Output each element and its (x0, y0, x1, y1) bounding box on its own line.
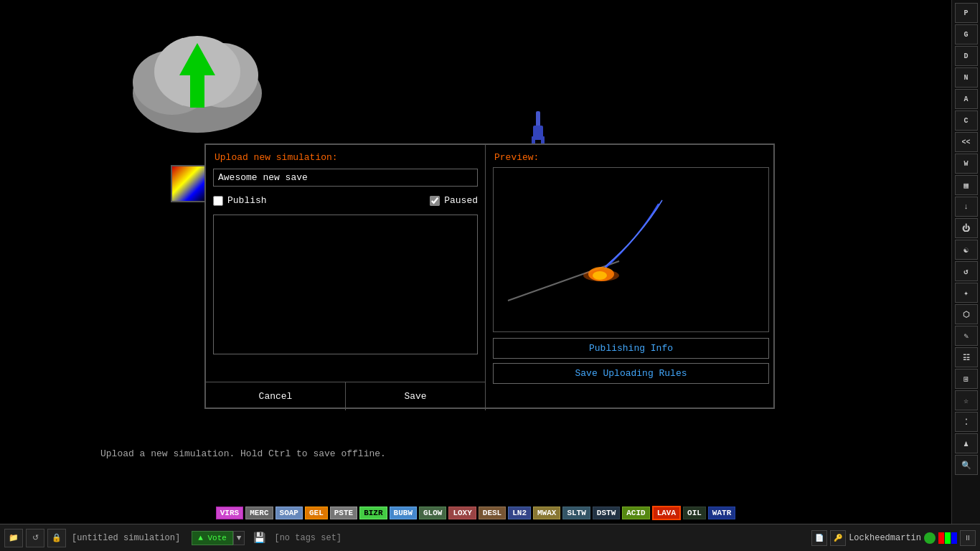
vote-down-button[interactable]: ▼ (233, 531, 245, 545)
sidebar-btn-refresh[interactable]: ↺ (955, 261, 978, 281)
upload-dialog: Upload new simulation: Publish Paused Ca… (204, 143, 775, 409)
vote-up-button[interactable]: ▲ Vote (192, 531, 233, 545)
svg-point-12 (583, 270, 619, 281)
color-bars (938, 532, 957, 544)
username-text: Lockheedmartin (849, 533, 921, 543)
sidebar-btn-globe[interactable]: ☆ (955, 390, 978, 410)
save-icon[interactable]: 💾 (253, 532, 265, 544)
sidebar-btn-a[interactable]: A (955, 89, 978, 109)
dialog-left-panel: Upload new simulation: Publish Paused Ca… (206, 145, 486, 410)
element-acid[interactable]: ACID (622, 507, 649, 519)
element-merc[interactable]: MERC (245, 507, 273, 519)
sidebar-btn-power[interactable]: ⏻ (955, 218, 978, 238)
open-button[interactable]: 📁 (4, 529, 23, 547)
element-lava[interactable]: LAVA (652, 506, 681, 520)
element-ln2[interactable]: LN2 (508, 507, 531, 519)
right-sidebar: P G D N A C << W ▦ ↓ ⏻ ☯ ↺ ✦ ⬡ ✎ ☷ ⊞ ☆ ⁚… (951, 0, 980, 524)
status-bar: 📁 ↺ 🔒 [untitled simulation] ▲ Vote ▼ 💾 [… (0, 524, 980, 551)
element-desl[interactable]: DESL (479, 507, 506, 519)
save-file-button[interactable]: 📄 (811, 530, 827, 546)
sidebar-btn-yin[interactable]: ☯ (955, 240, 978, 260)
sidebar-btn-d[interactable]: D (955, 46, 978, 66)
publish-checkbox[interactable] (213, 196, 223, 206)
sidebar-btn-layers[interactable]: ⊞ (955, 369, 978, 389)
element-oil[interactable]: OIL (683, 507, 706, 519)
sidebar-btn-grid[interactable]: ▦ (955, 175, 978, 195)
sidebar-btn-p[interactable]: P (955, 3, 978, 23)
sidebar-btn-pen[interactable]: ✎ (955, 326, 978, 346)
element-bar: VIRS MERC SOAP GEL PSTE BIZR BUBW GLOW L… (0, 502, 951, 524)
key-button[interactable]: 🔑 (830, 530, 846, 546)
lock-button[interactable]: 🔒 (47, 529, 66, 547)
element-bizr[interactable]: BIZR (359, 507, 387, 519)
sidebar-btn-hex[interactable]: ⬡ (955, 304, 978, 324)
dialog-title: Upload new simulation: (206, 145, 485, 169)
save-thumbnail (171, 165, 208, 202)
element-bubw[interactable]: BUBW (390, 507, 417, 519)
element-dstw[interactable]: DSTW (593, 507, 620, 519)
sidebar-btn-c[interactable]: C (955, 110, 978, 131)
element-sltw[interactable]: SLTW (562, 507, 590, 519)
sidebar-btn-dots[interactable]: ⁚ (955, 412, 978, 432)
upload-hint-text: Upload a new simulation. Hold Ctrl to sa… (100, 448, 386, 459)
element-pste[interactable]: PSTE (330, 507, 357, 519)
element-loxy[interactable]: LOXY (448, 507, 476, 519)
publish-checkbox-label[interactable]: Publish (213, 195, 267, 206)
sidebar-btn-down[interactable]: ↓ (955, 197, 978, 217)
element-gel[interactable]: GEL (305, 507, 328, 519)
sidebar-btn-star[interactable]: ✦ (955, 283, 978, 303)
sidebar-btn-zoom[interactable]: 🔍 (955, 455, 978, 475)
description-textarea[interactable] (213, 215, 478, 354)
sidebar-btn-n[interactable]: N (955, 67, 978, 88)
sim-title: [untitled simulation] (72, 533, 180, 543)
sidebar-btn-g[interactable]: G (955, 24, 978, 44)
cancel-button[interactable]: Cancel (206, 382, 345, 410)
element-virs[interactable]: VIRS (216, 507, 243, 519)
publishing-info-button[interactable]: Publishing Info (493, 338, 769, 359)
reload-button[interactable]: ↺ (26, 529, 44, 547)
tags-label: [no tags set] (274, 533, 341, 543)
paused-checkbox[interactable] (430, 196, 440, 206)
save-uploading-rules-button[interactable]: Save Uploading Rules (493, 363, 769, 384)
element-soap[interactable]: SOAP (275, 507, 303, 519)
dialog-right-panel: Preview: Publishing Info Sav (486, 145, 776, 410)
preview-canvas (493, 167, 769, 332)
simulation-title-input[interactable] (213, 169, 478, 187)
sidebar-btn-mic[interactable]: ☷ (955, 347, 978, 367)
pause-toggle[interactable]: ⏸ (960, 530, 976, 546)
sidebar-btn-person[interactable]: ♟ (955, 433, 978, 453)
sidebar-btn-w[interactable]: W (955, 154, 978, 174)
status-right: 📄 🔑 Lockheedmartin ⏸ (811, 530, 976, 546)
element-glow[interactable]: GLOW (419, 507, 446, 519)
element-watr[interactable]: WATR (708, 507, 735, 519)
green-status-icon (924, 532, 936, 544)
canvas-area: Upload new simulation: Publish Paused Ca… (0, 0, 872, 524)
preview-title: Preview: (486, 145, 776, 167)
paused-checkbox-label[interactable]: Paused (430, 195, 478, 206)
save-button[interactable]: Save (346, 382, 485, 410)
vote-area: ▲ Vote ▼ (192, 531, 245, 545)
sidebar-btn-back[interactable]: << (955, 132, 978, 152)
cloud-icon (115, 14, 280, 143)
element-mwax[interactable]: MWAX (533, 507, 560, 519)
